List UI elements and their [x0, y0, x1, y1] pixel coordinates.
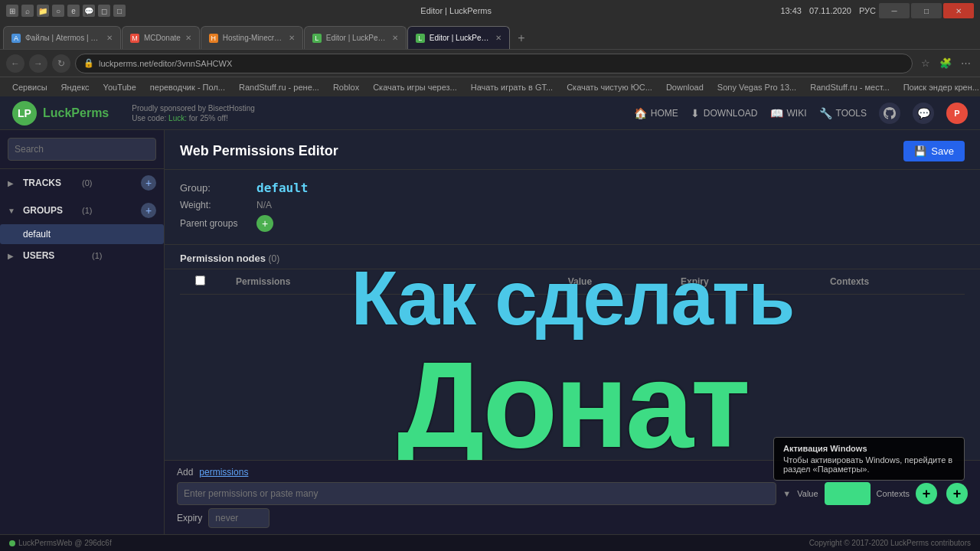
users-count: (1) — [92, 251, 156, 260]
bookmark-1[interactable]: Яндекс — [55, 81, 96, 93]
bookmark-4[interactable]: RandStuff.ru - рене... — [233, 81, 325, 93]
group-name-row: Group: default — [180, 181, 965, 195]
new-tab-button[interactable]: + — [511, 28, 532, 49]
bookmark-9[interactable]: Download — [660, 81, 710, 93]
extensions-icon[interactable]: 🧩 — [937, 55, 954, 72]
save-icon: 💾 — [914, 145, 926, 157]
parent-groups-row: Parent groups + — [180, 215, 965, 232]
bookmark-3[interactable]: переводчик - Пол... — [144, 81, 231, 93]
nav-wiki-label: WIKI — [787, 108, 807, 119]
ie-icon[interactable]: ◻ — [98, 5, 110, 17]
tab-3-close[interactable]: ✕ — [289, 34, 295, 42]
tab-4[interactable]: L Editor | LuckPerms ✕ — [304, 26, 407, 49]
github-icon[interactable] — [879, 103, 900, 124]
users-section-header[interactable]: ▶ USERS (1) — [0, 244, 164, 267]
close-button[interactable]: ✕ — [943, 3, 974, 18]
browser-menu-icon[interactable]: ⋯ — [957, 55, 974, 72]
bookmark-2[interactable]: YouTube — [97, 81, 142, 93]
weight-row: Weight: N/A — [180, 200, 965, 210]
groups-section-header[interactable]: ▼ GROUPS (1) + — [0, 197, 164, 224]
page-title: Web Permissions Editor — [180, 143, 338, 159]
tracks-section-header[interactable]: ▶ TRACKS (0) + — [0, 169, 164, 197]
ssl-lock-icon: 🔒 — [83, 58, 94, 68]
bookmarks-bar: Сервисы Яндекс YouTube переводчик - Пол.… — [0, 77, 980, 96]
reload-button[interactable]: ↻ — [52, 54, 70, 73]
bookmark-8[interactable]: Скачать чистую ЮС... — [560, 81, 658, 93]
windows-icon[interactable]: ⊞ — [6, 5, 18, 17]
nav-download[interactable]: ⬇ DOWNLOAD — [691, 107, 758, 119]
status-left: LuckPermsWeb @ 296dc6f — [9, 539, 112, 547]
bookmark-12[interactable]: Поиск эндер крен... — [897, 81, 980, 93]
bookmark-11[interactable]: RandStuff.ru - мест... — [804, 81, 896, 93]
patreon-icon[interactable]: P — [946, 103, 968, 124]
wiki-icon: 📖 — [770, 107, 783, 119]
tab-5-close[interactable]: ✕ — [495, 34, 501, 42]
save-button[interactable]: 💾 Save — [903, 141, 965, 161]
nav-home[interactable]: 🏠 HOME — [634, 107, 678, 119]
add-permission-row-button[interactable]: + — [916, 483, 937, 504]
permissions-input[interactable] — [177, 482, 776, 505]
select-all-checkbox[interactable] — [195, 276, 205, 285]
edge-icon[interactable]: e — [67, 5, 80, 17]
file-manager-icon[interactable]: 📁 — [37, 5, 49, 17]
sidebar-item-default[interactable]: default — [0, 224, 164, 244]
chrome-icon[interactable]: ○ — [52, 5, 64, 17]
tabs-bar: A Файлы | Atermos | Бесплатный... ✕ M MC… — [0, 21, 980, 49]
expiry-input[interactable] — [208, 508, 270, 528]
tab-4-close[interactable]: ✕ — [392, 34, 398, 42]
taskbar-date: 07.11.2020 — [809, 6, 851, 15]
tracks-add-button[interactable]: + — [141, 175, 156, 191]
bookmark-7[interactable]: Начать играть в GT... — [465, 81, 559, 93]
add-permissions-link[interactable]: permissions — [199, 467, 248, 478]
app-header: LP LuckPerms Proudly sponsored by Bisect… — [0, 96, 980, 130]
parent-groups-add-button[interactable]: + — [256, 215, 273, 232]
value-input[interactable]: true — [825, 482, 871, 505]
nav-home-label: HOME — [651, 108, 678, 119]
back-button[interactable]: ← — [6, 54, 24, 73]
forward-button[interactable]: → — [29, 54, 47, 73]
tab-3[interactable]: H Hosting-Minecraft.ru - Файлове... ✕ — [201, 26, 303, 49]
status-indicator — [9, 540, 15, 546]
add-permission-confirm-button[interactable]: + — [946, 483, 968, 504]
main-content: Web Permissions Editor 💾 Save Group: def… — [165, 130, 980, 534]
expiry-row: Expiry — [177, 508, 968, 528]
tab-1[interactable]: A Файлы | Atermos | Бесплатный... ✕ — [3, 26, 121, 49]
tab-2[interactable]: M MCDonate ✕ — [122, 26, 200, 49]
logo-text: LuckPerms — [43, 106, 109, 120]
maximize-button[interactable]: □ — [911, 3, 942, 18]
bookmark-0[interactable]: Сервисы — [6, 81, 54, 93]
overlay-main-text: Донат — [397, 344, 748, 466]
download-icon: ⬇ — [691, 107, 700, 119]
weight-label: Weight: — [180, 200, 249, 210]
nav-wiki[interactable]: 📖 WIKI — [770, 107, 807, 119]
title-bar: ⊞ ⌕ 📁 ○ e 💬 ◻ □ Editor | LuckPerms 13:43… — [0, 0, 980, 21]
users-label: USERS — [23, 250, 87, 261]
title-bar-icons: ⊞ ⌕ 📁 ○ e 💬 ◻ □ — [6, 5, 126, 17]
address-bar: ← → ↻ 🔒 luckperms.net/editor/3vnnSAHCWX … — [0, 49, 980, 77]
users-chevron-icon: ▶ — [8, 252, 18, 260]
search-input[interactable] — [8, 138, 156, 161]
search-taskbar-icon[interactable]: ⌕ — [21, 5, 34, 17]
bookmark-6[interactable]: Скачать игры через... — [367, 81, 463, 93]
discord-icon[interactable]: 💬 — [83, 5, 95, 17]
bookmark-10[interactable]: Sony Vegas Pro 13... — [711, 81, 802, 93]
minimize-button[interactable]: ─ — [879, 3, 910, 18]
value-label-display: Value — [797, 489, 818, 498]
tab-2-close[interactable]: ✕ — [185, 34, 191, 42]
app-icon-2[interactable]: □ — [113, 5, 126, 17]
group-name-value: default — [256, 181, 308, 195]
col-value-header: Value — [553, 269, 665, 295]
url-text: luckperms.net/editor/3vnnSAHCWX — [99, 59, 232, 68]
bookmark-5[interactable]: Roblox — [327, 81, 365, 93]
tracks-chevron-icon: ▶ — [8, 179, 18, 187]
url-bar[interactable]: 🔒 luckperms.net/editor/3vnnSAHCWX — [75, 54, 913, 73]
tab-3-label: Hosting-Minecraft.ru - Файлове... — [223, 34, 284, 42]
nav-tools[interactable]: 🔧 TOOLS — [819, 107, 867, 119]
bookmark-star-icon[interactable]: ☆ — [917, 55, 934, 72]
groups-add-button[interactable]: + — [141, 203, 156, 218]
status-bar: LuckPermsWeb @ 296dc6f Copyright © 2017-… — [0, 534, 980, 551]
taskbar-time: 13:43 — [780, 6, 802, 15]
discord-header-icon[interactable]: 💬 — [913, 103, 934, 124]
tab-1-close[interactable]: ✕ — [106, 34, 113, 42]
tab-5-active[interactable]: L Editor | LuckPerms ✕ — [407, 26, 510, 49]
